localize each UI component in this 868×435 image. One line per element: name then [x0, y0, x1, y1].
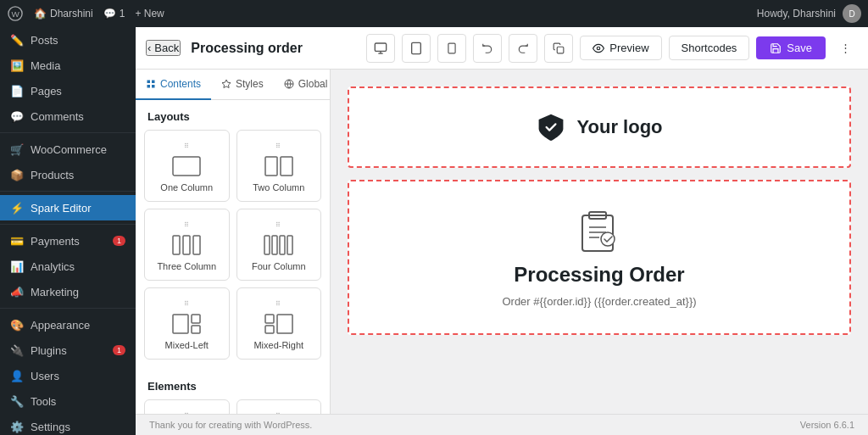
- svg-rect-31: [265, 315, 274, 323]
- svg-rect-25: [280, 236, 285, 254]
- layout-label: One Column: [160, 182, 213, 192]
- eye-icon: [593, 42, 604, 54]
- logo-text: Your logo: [576, 116, 662, 138]
- svg-rect-5: [412, 42, 421, 53]
- tablet-icon: [409, 42, 423, 55]
- logo-content: Your logo: [349, 88, 849, 166]
- redo-icon: [517, 42, 529, 54]
- sidebar-item-posts[interactable]: ✏️ Posts: [0, 27, 136, 53]
- sidebar-item-appearance[interactable]: 🎨 Appearance: [0, 312, 136, 337]
- sidebar-item-users[interactable]: 👤 Users: [0, 363, 136, 388]
- sidebar-item-spark-editor[interactable]: ⚡ Spark Editor: [0, 195, 136, 220]
- sidebar-item-pages[interactable]: 📄 Pages: [0, 78, 136, 103]
- tab-global[interactable]: Global: [274, 70, 331, 100]
- redo-button[interactable]: [509, 34, 537, 63]
- sidebar-item-label: WooCommerce: [31, 143, 107, 156]
- shield-logo-icon: [536, 112, 566, 142]
- back-label: Back: [154, 42, 179, 54]
- layouts-grid: ⠿ One Column ⠿ Two Column ⠿ Three Column: [136, 130, 330, 370]
- mobile-icon: [446, 42, 458, 55]
- save-label: Save: [787, 42, 812, 54]
- more-options-button[interactable]: ⋮: [832, 36, 858, 61]
- sidebar-item-payments[interactable]: 💳 Payments 1: [0, 228, 136, 254]
- adminbar-site[interactable]: 🏠 Dharshini: [34, 8, 93, 20]
- adminbar-new[interactable]: + New: [135, 8, 164, 20]
- logo-block[interactable]: Your logo: [348, 86, 851, 168]
- svg-rect-20: [173, 236, 180, 254]
- adminbar-comments[interactable]: 💬 1: [103, 8, 125, 20]
- sidebar-item-comments[interactable]: 💬 Comments: [0, 103, 136, 129]
- preview-label: Preview: [609, 42, 648, 54]
- sidebar-item-plugins[interactable]: 🔌 Plugins 1: [0, 337, 136, 363]
- order-block[interactable]: Processing Order Order #{{order.id}} ({{…: [348, 180, 851, 335]
- svg-text:W: W: [12, 9, 20, 19]
- layout-mixed-right[interactable]: ⠿ Mixed-Right: [236, 287, 322, 360]
- styles-icon: [221, 79, 231, 89]
- copy-button[interactable]: [544, 34, 573, 63]
- sidebar-item-tools[interactable]: 🔧 Tools: [0, 388, 136, 414]
- panel-tabs: Contents Styles Global: [136, 70, 330, 100]
- sidebar-item-analytics[interactable]: 📊 Analytics: [0, 254, 136, 279]
- svg-point-10: [598, 47, 601, 50]
- sidebar-item-media[interactable]: 🖼️ Media: [0, 53, 136, 78]
- payment-icon: 💳: [10, 234, 24, 248]
- media-icon: 🖼️: [10, 59, 24, 72]
- element-item-1[interactable]: ⠿: [144, 399, 230, 414]
- layout-label: Four Column: [252, 261, 306, 271]
- post-icon: ✏️: [10, 33, 24, 47]
- sidebar-item-label: Users: [31, 370, 59, 382]
- drag-dots: ⠿: [184, 142, 190, 150]
- comment-icon: 💬: [103, 8, 116, 20]
- desktop-view-button[interactable]: [366, 34, 395, 63]
- svg-rect-18: [265, 157, 277, 176]
- one-column-icon: [171, 155, 202, 177]
- site-icon: 🏠: [34, 8, 47, 20]
- save-button[interactable]: Save: [756, 36, 826, 59]
- tab-global-label: Global: [298, 78, 328, 90]
- drag-dots: ⠿: [275, 221, 281, 229]
- sidebar-item-label: Appearance: [31, 319, 90, 332]
- tablet-view-button[interactable]: [402, 34, 431, 63]
- payments-badge: 1: [113, 236, 125, 246]
- sidebar-item-label: Pages: [31, 85, 62, 98]
- sidebar-item-marketing[interactable]: 📣 Marketing: [0, 279, 136, 304]
- footer-version: Version 6.6.1: [800, 420, 854, 430]
- sidebar-divider-3: [0, 224, 136, 225]
- layout-three-column[interactable]: ⠿ Three Column: [144, 209, 230, 281]
- two-column-icon: [264, 155, 294, 177]
- four-column-icon: [264, 234, 294, 256]
- tab-styles[interactable]: Styles: [211, 70, 274, 100]
- back-button[interactable]: ‹ Back: [146, 40, 181, 56]
- shortcodes-button[interactable]: Shortcodes: [669, 36, 750, 60]
- element-item-2[interactable]: ⠿: [236, 399, 322, 414]
- shortcodes-label: Shortcodes: [682, 42, 737, 54]
- layout-label: Mixed-Left: [165, 340, 209, 350]
- tools-icon: 🔧: [10, 394, 24, 408]
- sidebar-item-products[interactable]: 📦 Products: [0, 162, 136, 187]
- tab-styles-label: Styles: [236, 78, 264, 90]
- site-name: Dharshini: [50, 8, 93, 20]
- layout-two-column[interactable]: ⠿ Two Column: [236, 130, 322, 202]
- footer: Thank you for creating with WordPress. V…: [136, 414, 868, 435]
- svg-rect-27: [173, 315, 188, 333]
- layout-one-column[interactable]: ⠿ One Column: [144, 130, 230, 202]
- sidebar-item-settings[interactable]: ⚙️ Settings: [0, 414, 136, 435]
- avatar[interactable]: D: [843, 4, 861, 23]
- svg-rect-17: [173, 157, 200, 176]
- plugin-icon: 🔌: [10, 343, 24, 357]
- mobile-view-button[interactable]: [437, 34, 466, 63]
- layout-mixed-left[interactable]: ⠿ Mixed-Left: [144, 287, 230, 360]
- tab-contents[interactable]: Contents: [136, 70, 211, 100]
- order-content: Processing Order Order #{{order.id}} ({{…: [349, 181, 849, 333]
- drag-dots: ⠿: [275, 142, 281, 150]
- preview-button[interactable]: Preview: [580, 36, 661, 60]
- undo-button[interactable]: [473, 34, 502, 63]
- sidebar-item-woocommerce[interactable]: 🛒 WooCommerce: [0, 137, 136, 162]
- svg-point-42: [601, 232, 615, 246]
- spark-icon: ⚡: [10, 201, 24, 215]
- svg-rect-2: [376, 43, 387, 51]
- wp-logo: W: [7, 5, 24, 22]
- layout-four-column[interactable]: ⠿ Four Column: [236, 209, 322, 281]
- order-subtitle: Order #{{order.id}} ({{order.created_at}…: [502, 295, 696, 308]
- product-icon: 📦: [10, 168, 24, 181]
